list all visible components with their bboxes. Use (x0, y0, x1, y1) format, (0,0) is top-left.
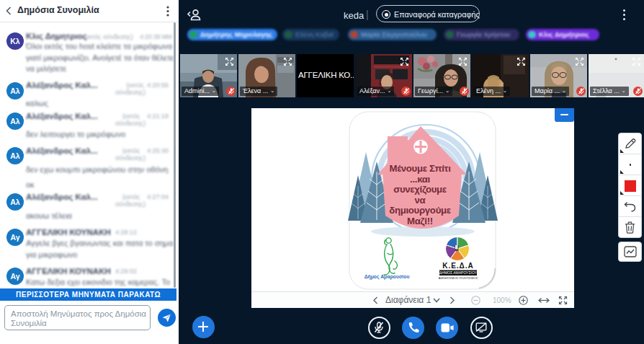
svg-text:Μένουμε Σπίτι: Μένουμε Σπίτι (389, 163, 451, 174)
svg-text:δημιουργούμε: δημιουργούμε (389, 205, 452, 216)
svg-text:Μαζί!!: Μαζί!! (407, 216, 433, 226)
svg-text:...και: ...και (410, 174, 431, 185)
svg-text:Κ.Ε.Δ.Α: Κ.Ε.Δ.Α (442, 262, 474, 270)
svg-text:συνεχίζουμε: συνεχίζουμε (393, 184, 447, 195)
svg-text:Δήμος Αμαρουσίου: Δήμος Αμαρουσίου (365, 274, 410, 280)
svg-text:ΑΘΛΗΤΙΣΜΟΣ·ΠΟΛΙΤΙΣΜΟΣ: ΑΘΛΗΤΙΣΜΟΣ·ΠΟΛΙΤΙΣΜΟΣ (439, 276, 478, 280)
svg-text:να: να (415, 195, 426, 206)
svg-text:ΔΗΜΟΣ ΑΜΑΡΟΥΣΙΟΥ: ΔΗΜΟΣ ΑΜΑΡΟΥΣΙΟΥ (439, 270, 478, 275)
